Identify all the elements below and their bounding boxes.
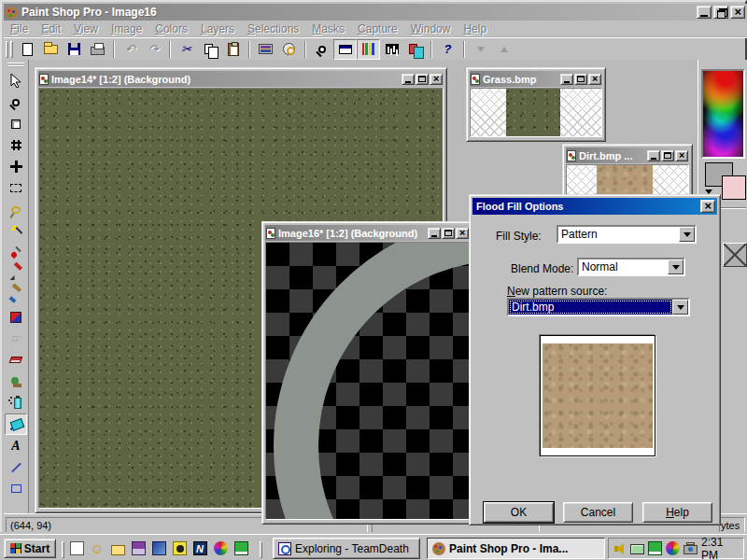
start-button[interactable]: Start (4, 539, 56, 558)
volume-icon[interactable] (614, 541, 627, 555)
tool-arrow[interactable] (5, 70, 27, 91)
capture-camera-icon[interactable] (684, 545, 698, 554)
screen-capture-button[interactable] (254, 39, 277, 60)
tool-line[interactable] (5, 456, 27, 478)
tool-clone-brush[interactable] (5, 285, 27, 306)
background-color-swatch[interactable] (722, 175, 746, 200)
tool-zoom[interactable] (5, 91, 27, 113)
tool-dropper[interactable] (5, 242, 27, 263)
fill-style-combo[interactable]: Pattern (557, 225, 697, 244)
new-button[interactable] (16, 39, 39, 60)
image16-minimize-button[interactable] (428, 228, 441, 239)
save-button[interactable] (63, 39, 86, 60)
blend-mode-dropdown-button[interactable] (668, 259, 684, 274)
tool-crop[interactable] (5, 134, 27, 156)
image14-maximize-button[interactable] (416, 74, 429, 85)
task-paint-shop-pro[interactable]: Paint Shop Pro - Ima... (427, 538, 605, 559)
image14-close-button[interactable]: × (430, 74, 443, 85)
quicklaunch-notes[interactable] (67, 539, 86, 557)
menu-edit[interactable]: Edit (35, 21, 67, 37)
tray-book-icon[interactable] (648, 541, 662, 555)
line-style-box-icon[interactable] (723, 243, 747, 267)
copy-button[interactable] (198, 39, 221, 60)
display-icon[interactable] (630, 544, 644, 554)
grass-close-button[interactable]: × (588, 74, 601, 85)
image16-maximize-button[interactable] (442, 228, 455, 239)
color-palette-button[interactable] (357, 39, 380, 60)
tool-lasso[interactable] (5, 199, 27, 220)
pattern-source-combo[interactable]: Dirt.bmp (507, 298, 690, 316)
tool-magic-wand[interactable] (5, 220, 27, 242)
dirt-minimize-button[interactable] (647, 150, 660, 161)
context-help-button[interactable]: ? (436, 39, 459, 60)
grass-minimize-button[interactable] (560, 74, 573, 85)
task-exploring-teamdeath[interactable]: Exploring - TeamDeath (273, 538, 420, 559)
dialog-titlebar[interactable]: Flood Fill Options × (472, 198, 717, 215)
zoom-normal-button[interactable] (310, 39, 333, 60)
grass-canvas[interactable] (470, 88, 602, 137)
paste-button[interactable] (221, 39, 245, 60)
menu-selections[interactable]: Selections (241, 21, 305, 37)
image14-minimize-button[interactable] (402, 74, 415, 85)
layer-palette-button[interactable] (403, 39, 427, 60)
tool-selection[interactable] (5, 177, 27, 199)
dialog-close-button[interactable]: × (700, 200, 715, 213)
fill-style-dropdown-button[interactable] (679, 227, 695, 242)
color-picker-icon[interactable] (701, 69, 745, 159)
quicklaunch-record[interactable] (170, 539, 189, 557)
menu-masks[interactable]: Masks (305, 21, 351, 37)
cut-button[interactable]: ✂ (175, 39, 198, 60)
tool-palette-grip[interactable] (7, 63, 24, 67)
tool-eraser[interactable] (5, 349, 27, 371)
image14-titlebar[interactable]: Image14* [1:2] (Background) × (38, 71, 444, 87)
browse-button[interactable] (277, 39, 301, 60)
quicklaunch-folder[interactable] (108, 539, 127, 557)
image16-close-button[interactable]: × (456, 228, 469, 239)
quicklaunch-book[interactable] (232, 539, 250, 557)
image16-titlebar[interactable]: Image16* [1:2] (Background) × (265, 225, 470, 241)
quicklaunch-blue-image[interactable] (149, 539, 168, 557)
image16-canvas-transparent[interactable] (265, 242, 470, 520)
window-grass[interactable]: Grass.bmp × (466, 67, 606, 142)
tool-text[interactable]: A (5, 435, 27, 456)
menu-file[interactable]: File (4, 21, 35, 37)
minimize-button[interactable] (697, 6, 712, 19)
help-button[interactable]: Help (642, 502, 712, 523)
menu-image[interactable]: Image (105, 21, 148, 37)
grass-maximize-button[interactable] (574, 74, 587, 85)
taskbar-clock[interactable]: 2:31 PM (701, 536, 738, 560)
dirt-titlebar[interactable]: Dirt.bmp ... × (566, 147, 689, 163)
histogram-button[interactable] (380, 39, 403, 60)
grass-titlebar[interactable]: Grass.bmp × (470, 71, 602, 87)
tool-options-button[interactable] (333, 39, 357, 60)
quicklaunch-picture[interactable] (129, 539, 148, 557)
tool-retouch[interactable]: ☞ (5, 328, 27, 349)
tool-color-replacer[interactable] (5, 306, 27, 328)
menu-view[interactable]: View (67, 21, 105, 37)
dirt-close-button[interactable]: × (675, 150, 688, 161)
tool-deformation[interactable] (5, 113, 27, 134)
taskband-grip[interactable] (260, 541, 262, 558)
window-image16[interactable]: Image16* [1:2] (Background) × (261, 221, 473, 525)
tool-airbrush[interactable] (5, 392, 27, 413)
app-titlebar[interactable]: Paint Shop Pro - Image16 × (4, 4, 747, 21)
tray-pinwheel-icon[interactable] (666, 541, 680, 555)
pattern-source-dropdown-button[interactable] (672, 300, 688, 315)
blend-mode-combo[interactable]: Normal (577, 258, 685, 276)
tool-picture-tube[interactable] (5, 371, 27, 392)
tool-paintbrush[interactable] (5, 263, 27, 285)
tool-flood-fill[interactable] (5, 413, 27, 435)
quicklaunch-netscape[interactable]: N (190, 539, 209, 557)
quicklaunch-smiley[interactable]: ☺ (88, 539, 106, 557)
tool-mover[interactable] (5, 156, 27, 177)
open-button[interactable] (39, 39, 63, 60)
toolbar-grip2[interactable] (10, 41, 13, 58)
menu-layers[interactable]: Layers (194, 21, 241, 37)
menu-help[interactable]: Help (457, 21, 493, 37)
menu-window[interactable]: Window (404, 21, 458, 37)
cancel-button[interactable]: Cancel (563, 502, 633, 523)
menu-capture[interactable]: Capture (351, 21, 404, 37)
menu-colors[interactable]: Colors (148, 21, 194, 37)
restore-button[interactable] (713, 6, 728, 19)
tool-shape[interactable] (5, 478, 27, 499)
